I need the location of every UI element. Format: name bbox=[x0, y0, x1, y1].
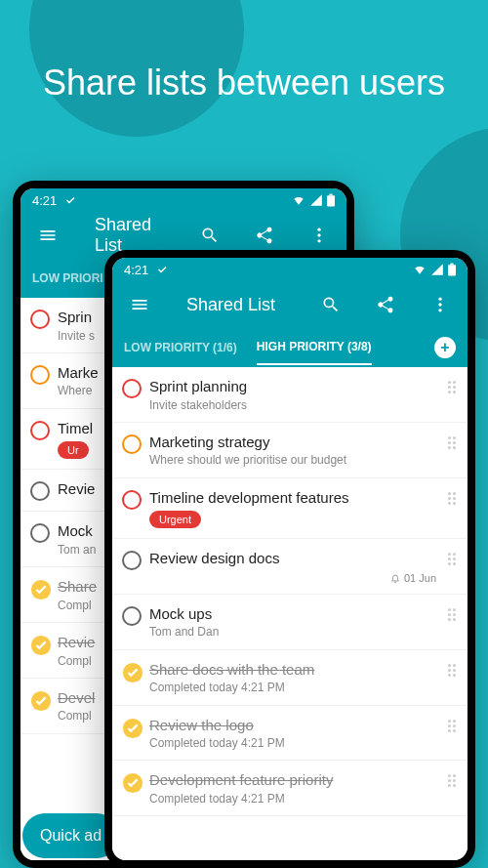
task-content: Review design docs01 Jun bbox=[149, 549, 436, 584]
app-bar: Shared List bbox=[112, 281, 468, 328]
search-icon[interactable] bbox=[190, 216, 229, 255]
status-check-icon bbox=[156, 264, 168, 275]
app-title: Shared List bbox=[186, 295, 296, 315]
task-subtitle: Invite stakeholders bbox=[149, 398, 436, 412]
task-tag: Ur bbox=[58, 441, 89, 459]
task-item[interactable]: Sprint planningInvite stakeholders bbox=[112, 367, 468, 423]
svg-point-12 bbox=[438, 309, 441, 311]
task-checkbox[interactable] bbox=[30, 579, 50, 599]
task-title: Review design docs bbox=[149, 549, 436, 568]
drag-handle-icon[interactable] bbox=[444, 664, 460, 677]
battery-icon bbox=[448, 263, 456, 276]
overflow-icon[interactable] bbox=[421, 285, 460, 324]
phone-frame-front: 4:21 Shared List bbox=[104, 250, 475, 868]
menu-icon[interactable] bbox=[120, 285, 159, 324]
task-checkbox[interactable] bbox=[30, 481, 50, 501]
task-item[interactable]: Mock upsTom and Dan bbox=[112, 595, 468, 650]
task-checkbox[interactable] bbox=[122, 718, 142, 737]
headline-text: Share lists between users bbox=[0, 61, 488, 106]
task-checkbox[interactable] bbox=[30, 635, 50, 654]
drag-handle-icon[interactable] bbox=[444, 608, 460, 621]
task-content: Sprint planningInvite stakeholders bbox=[149, 377, 436, 412]
svg-rect-0 bbox=[327, 195, 335, 206]
signal-icon bbox=[309, 193, 323, 207]
drag-handle-icon[interactable] bbox=[444, 553, 460, 565]
task-subtitle: Completed today 4:21 PM bbox=[149, 736, 436, 750]
task-checkbox[interactable] bbox=[30, 310, 50, 329]
status-time: 4:21 bbox=[32, 193, 57, 208]
task-content: Mock upsTom and Dan bbox=[149, 604, 436, 640]
task-title: Sprint planning bbox=[149, 377, 436, 396]
status-time: 4:21 bbox=[124, 263, 148, 277]
share-icon[interactable] bbox=[366, 285, 405, 324]
drag-handle-icon[interactable] bbox=[444, 381, 460, 393]
task-checkbox[interactable] bbox=[122, 551, 142, 570]
svg-rect-1 bbox=[329, 194, 332, 196]
share-icon[interactable] bbox=[245, 216, 284, 255]
svg-point-2 bbox=[317, 228, 320, 231]
svg-point-4 bbox=[317, 239, 320, 242]
status-bar: 4:21 bbox=[112, 258, 468, 281]
task-checkbox[interactable] bbox=[122, 606, 142, 626]
status-bar: 4:21 bbox=[20, 188, 346, 212]
svg-rect-8 bbox=[448, 265, 456, 275]
task-checkbox[interactable] bbox=[122, 662, 142, 682]
task-title: Mock ups bbox=[149, 604, 436, 624]
phone-screen-front: 4:21 Shared List bbox=[112, 258, 468, 860]
wifi-icon bbox=[292, 193, 305, 207]
task-subtitle: Completed today 4:21 PM bbox=[149, 792, 436, 806]
task-list: Sprint planningInvite stakeholdersMarket… bbox=[112, 367, 468, 860]
task-title: Marketing strategy bbox=[149, 433, 436, 452]
task-item[interactable]: Review design docs01 Jun bbox=[112, 539, 468, 595]
tab-low-priority[interactable]: LOW PRIORI bbox=[32, 262, 103, 295]
task-content: Timeline development featuresUrgent bbox=[149, 488, 436, 529]
task-item[interactable]: Review the logoCompleted today 4:21 PM bbox=[112, 706, 468, 762]
task-content: Review the logoCompleted today 4:21 PM bbox=[149, 716, 436, 751]
task-checkbox[interactable] bbox=[30, 523, 50, 543]
menu-icon[interactable] bbox=[28, 216, 67, 255]
tab-low-priority[interactable]: LOW PRIORITY (1/6) bbox=[124, 331, 237, 364]
task-content: Marketing strategyWhere should we priori… bbox=[149, 433, 436, 468]
task-checkbox[interactable] bbox=[122, 434, 142, 454]
drag-handle-icon[interactable] bbox=[444, 436, 460, 449]
search-icon[interactable] bbox=[311, 285, 350, 324]
task-item[interactable]: Share docs with the teamCompleted today … bbox=[112, 650, 468, 706]
task-checkbox[interactable] bbox=[30, 365, 50, 385]
task-title: Timeline development features bbox=[149, 488, 436, 508]
wifi-icon bbox=[413, 263, 427, 276]
task-item[interactable]: Marketing strategyWhere should we priori… bbox=[112, 423, 468, 478]
overflow-icon[interactable] bbox=[300, 216, 339, 255]
battery-icon bbox=[327, 193, 335, 207]
task-checkbox[interactable] bbox=[122, 772, 142, 792]
task-subtitle: Completed today 4:21 PM bbox=[149, 681, 436, 694]
signal-icon bbox=[430, 263, 444, 276]
task-item[interactable]: Development feature priorityCompleted to… bbox=[112, 761, 468, 816]
task-title: Share docs with the team bbox=[149, 660, 436, 680]
svg-point-11 bbox=[438, 303, 441, 306]
tab-high-priority[interactable]: HIGH PRIORITY (3/8) bbox=[257, 330, 372, 365]
task-item[interactable]: Timeline development featuresUrgent bbox=[112, 478, 468, 540]
task-checkbox[interactable] bbox=[30, 421, 50, 440]
task-subtitle: Where should we prioritise our budget bbox=[149, 453, 436, 467]
task-tag: Urgent bbox=[149, 511, 201, 528]
task-subtitle: Tom and Dan bbox=[149, 625, 436, 639]
svg-point-3 bbox=[317, 233, 320, 236]
add-tab-button[interactable]: + bbox=[434, 337, 456, 358]
svg-point-10 bbox=[438, 298, 441, 301]
svg-rect-9 bbox=[450, 264, 453, 266]
task-content: Share docs with the teamCompleted today … bbox=[149, 660, 436, 695]
task-title: Review the logo bbox=[149, 716, 436, 735]
drag-handle-icon[interactable] bbox=[444, 720, 460, 732]
task-content: Development feature priorityCompleted to… bbox=[149, 770, 436, 806]
drag-handle-icon[interactable] bbox=[444, 774, 460, 787]
status-check-icon bbox=[64, 194, 76, 206]
drag-handle-icon[interactable] bbox=[444, 492, 460, 505]
task-checkbox[interactable] bbox=[30, 690, 50, 710]
task-reminder: 01 Jun bbox=[149, 572, 436, 584]
task-checkbox[interactable] bbox=[122, 379, 142, 398]
tab-bar: LOW PRIORITY (1/6) HIGH PRIORITY (3/8) + bbox=[112, 328, 468, 367]
task-checkbox[interactable] bbox=[122, 490, 142, 510]
task-title: Development feature priority bbox=[149, 770, 436, 790]
